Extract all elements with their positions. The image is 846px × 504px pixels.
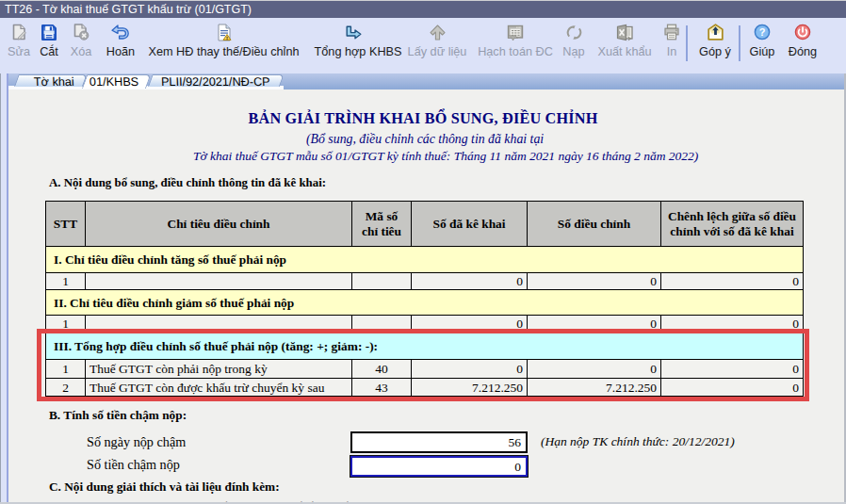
svg-text:?: ?	[759, 26, 766, 38]
